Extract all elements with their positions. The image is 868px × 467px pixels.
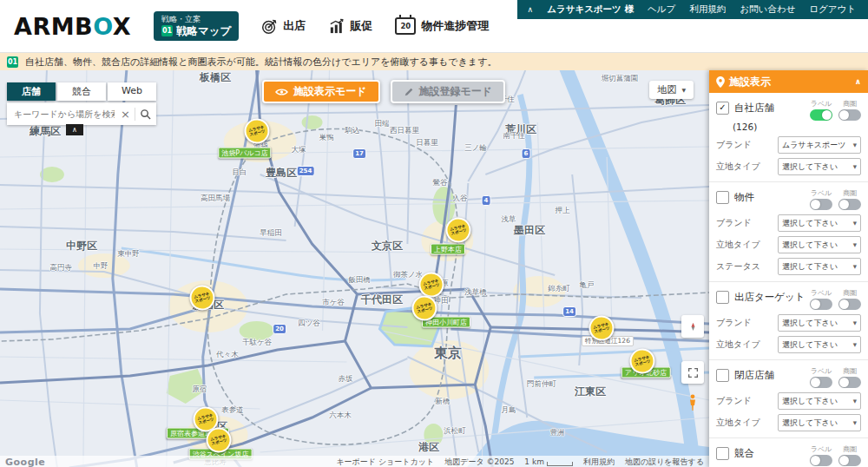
nav-hansoku[interactable]: 販促: [328, 18, 372, 35]
help-link[interactable]: ヘルプ: [648, 3, 675, 16]
chevron-down-icon: ▼: [853, 420, 857, 425]
place-label: 中野: [94, 261, 108, 272]
section-checkbox[interactable]: [716, 291, 729, 304]
section-checkbox[interactable]: ✓: [716, 102, 729, 115]
filter-select[interactable]: 選択して下さい▼: [778, 214, 861, 232]
label-toggle[interactable]: [810, 109, 832, 121]
trade-area-toggle[interactable]: [838, 377, 861, 388]
clear-search-icon[interactable]: ×: [121, 109, 130, 120]
district-label: 東京: [434, 345, 462, 363]
compass-control[interactable]: [681, 315, 704, 338]
account-name: ムラサキスポーツ 様: [547, 3, 634, 16]
place-label: 鶯谷: [433, 178, 448, 188]
route-shield: 6: [522, 148, 531, 159]
filter-label: ブランド: [716, 395, 752, 407]
section-checkbox[interactable]: [716, 369, 729, 382]
map-type-button[interactable]: 地図 ▼: [649, 81, 694, 99]
place-label: 南千住: [503, 131, 525, 141]
trade-area-toggle[interactable]: [838, 455, 861, 466]
district-label: 港区: [418, 440, 439, 455]
label-toggle[interactable]: [810, 299, 832, 310]
trade-area-toggle[interactable]: [838, 109, 861, 121]
map-terms-link[interactable]: 利用規約: [583, 457, 615, 467]
filter-select[interactable]: 選択して下さい▼: [778, 236, 861, 253]
logout-link[interactable]: ログアウト: [809, 3, 856, 16]
tab-competitors[interactable]: 競合: [57, 82, 106, 101]
place-label: 市ケ谷: [322, 298, 345, 308]
dartboard-icon: [261, 18, 278, 35]
section-label: 自社店舗: [734, 99, 810, 115]
tab-stores[interactable]: 店舗: [7, 82, 56, 101]
nav-shutten[interactable]: 出店: [261, 18, 306, 35]
terms-link[interactable]: 利用規約: [689, 3, 726, 16]
panel-collapse-button[interactable]: ∧: [66, 124, 83, 135]
filter-select[interactable]: ムラサキスポーツ▼: [778, 136, 861, 154]
fullscreen-control[interactable]: [681, 361, 704, 384]
filter-select[interactable]: 選択して下さい▼: [778, 392, 861, 410]
compass-icon: [688, 322, 698, 332]
tab-web[interactable]: Web: [108, 82, 156, 101]
collapse-topbar-icon[interactable]: ∧: [528, 5, 534, 14]
nav-strategy-map[interactable]: 戦略・立案 01戦略マップ: [154, 11, 239, 42]
google-logo[interactable]: Google: [5, 457, 45, 467]
sidebar-title: 施設表示: [729, 75, 771, 89]
place-label: 堀切菖蒲園: [602, 74, 639, 84]
nav-01-badge: 01: [161, 25, 173, 36]
trade-area-toggle-label: 商圏: [843, 188, 857, 198]
banner-text: 自社店舗、物件、競合店の詳細情報と商圏表示が可能。統計情報の色分けでエリアを俯瞰…: [25, 56, 496, 69]
facility-sidebar-body: ✓自社店舗ラベル商圏(126)ブランドムラサキスポーツ▼立地タイプ選択して下さい…: [709, 93, 868, 467]
place-label: 大塚: [292, 145, 306, 155]
filter-label: 立地タイプ: [716, 417, 760, 429]
label-toggle-label: ラベル: [811, 366, 832, 376]
place-label: 飯田橋: [348, 275, 371, 286]
section-label: 競合: [734, 444, 810, 460]
section-checkbox[interactable]: [716, 191, 729, 204]
section-checkbox[interactable]: [716, 447, 729, 460]
search-icon[interactable]: [140, 109, 151, 120]
filter-select[interactable]: 選択して下さい▼: [778, 258, 861, 275]
place-label: 浜松町: [444, 426, 466, 437]
place-label: 入谷: [453, 194, 468, 204]
search-input[interactable]: [12, 109, 116, 120]
map-area[interactable]: 板橋区練馬区豊島区荒川区葛飾区中野区文京区墨田区新宿区千代田区渋谷区港区江東区東…: [0, 70, 709, 467]
filter-select[interactable]: 選択して下さい▼: [778, 336, 861, 353]
map-overlays: 板橋区練馬区豊島区荒川区葛飾区中野区文京区墨田区新宿区千代田区渋谷区港区江東区東…: [0, 70, 709, 467]
facility-sidebar-header[interactable]: 施設表示 ∧: [709, 70, 868, 93]
filter-row: ステータス選択して下さい▼: [716, 258, 861, 275]
chevron-down-icon: ▼: [681, 87, 686, 93]
place-label: 西日暮里: [390, 126, 419, 136]
nav-bukken[interactable]: 20 物件進捗管理: [395, 17, 489, 35]
label-toggle[interactable]: [810, 199, 832, 210]
filter-select[interactable]: 選択して下さい▼: [778, 158, 861, 175]
place-label: 四ツ谷: [298, 319, 320, 329]
label-toggle[interactable]: [810, 377, 832, 388]
route-shield: 17: [352, 148, 366, 159]
label-toggle-label: ラベル: [811, 444, 832, 454]
district-label: 豊島区: [266, 166, 297, 181]
filter-select[interactable]: 選択して下さい▼: [778, 314, 861, 332]
calendar-icon: 20: [395, 17, 416, 35]
label-toggle[interactable]: [810, 455, 832, 466]
route-shield: 254: [297, 166, 315, 176]
trade-area-toggle[interactable]: [838, 199, 861, 210]
keyboard-shortcuts-link[interactable]: キーボード ショートカット: [336, 457, 434, 467]
facility-register-mode-button[interactable]: 施設登録モード: [391, 80, 506, 103]
filter-select[interactable]: 選択して下さい▼: [778, 414, 861, 431]
store-marker[interactable]: ムラサキスポーツ: [443, 214, 473, 245]
trade-area-toggle-label: 商圏: [843, 366, 857, 376]
place-label: 六本木: [329, 411, 352, 421]
route-shield: 20: [273, 324, 286, 334]
contact-link[interactable]: お問い合わせ: [740, 3, 795, 16]
label-toggle-label: ラベル: [811, 188, 832, 198]
trade-area-toggle[interactable]: [838, 299, 861, 310]
label-toggle-label: ラベル: [811, 99, 832, 109]
filter-row: ブランド選択して下さい▼: [716, 214, 861, 232]
armbox-logo: ARMBOX: [14, 13, 131, 40]
fullscreen-icon: [687, 367, 699, 378]
facility-display-mode-button[interactable]: 施設表示モード: [262, 80, 380, 103]
chevron-down-icon: ▼: [853, 164, 857, 169]
sidebar-collapse-icon[interactable]: ∧: [855, 77, 861, 86]
chevron-down-icon: ▼: [853, 264, 857, 269]
report-error-link[interactable]: 地図の誤りを報告する: [625, 457, 704, 467]
pegman-control[interactable]: [681, 391, 704, 414]
